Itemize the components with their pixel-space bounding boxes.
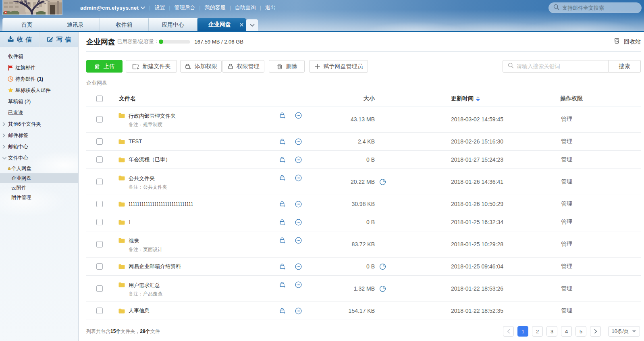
- sidebar-item-5[interactable]: 草稿箱 (2): [0, 96, 78, 107]
- sidebar-item-12[interactable]: 企业网盘: [0, 173, 78, 183]
- row-add-permission-icon[interactable]: [279, 281, 286, 288]
- file-name[interactable]: 1: [129, 219, 131, 226]
- row-more-actions-icon[interactable]: [295, 138, 302, 145]
- pagination-page-2[interactable]: 2: [532, 326, 543, 337]
- file-permission[interactable]: 管理: [548, 200, 641, 208]
- row-add-permission-icon[interactable]: [279, 263, 286, 270]
- pagination-prev-button[interactable]: [503, 326, 514, 337]
- row-checkbox[interactable]: [96, 308, 103, 314]
- grant-disk-admin-button[interactable]: 赋予网盘管理员: [309, 60, 368, 73]
- column-permission-label[interactable]: 操作权限: [548, 95, 641, 102]
- chevron-right-icon[interactable]: [2, 122, 6, 127]
- tab-list-dropdown-button[interactable]: [246, 19, 258, 31]
- row-add-permission-icon[interactable]: [279, 201, 286, 208]
- file-row-6[interactable]: 10 B2018-01-25 16:32:34管理: [86, 213, 641, 231]
- tab-5-active[interactable]: 企业网盘: [197, 18, 246, 31]
- file-permission[interactable]: 管理: [548, 307, 641, 314]
- row-add-permission-icon[interactable]: [279, 112, 286, 119]
- page-size-select[interactable]: 10条/页: [608, 326, 640, 337]
- file-name[interactable]: 公共文件夹: [129, 175, 167, 182]
- row-checkbox[interactable]: [96, 156, 103, 163]
- file-row-8[interactable]: 网易企业邮箱介绍资料0 B2018-01-25 09:46:04管理: [86, 258, 641, 276]
- capacity-pie-icon[interactable]: [375, 179, 386, 185]
- file-row-7[interactable]: 视觉备注：页面设计83.72 KB2018-01-25 10:29:28管理: [86, 231, 641, 258]
- sidebar-item-4[interactable]: 星标联系人邮件: [0, 85, 78, 96]
- file-permission[interactable]: 管理: [548, 218, 641, 226]
- chevron-down-icon[interactable]: [2, 156, 7, 160]
- compose-mail-button[interactable]: 写信: [39, 32, 79, 47]
- file-name[interactable]: 网易企业邮箱介绍资料: [129, 263, 181, 270]
- row-checkbox[interactable]: [96, 263, 103, 270]
- row-more-actions-icon[interactable]: [295, 201, 302, 208]
- file-permission[interactable]: 管理: [548, 178, 641, 185]
- row-more-actions-icon[interactable]: [295, 175, 302, 181]
- row-checkbox[interactable]: [96, 285, 103, 292]
- file-name[interactable]: 行政内部管理文件夹: [129, 112, 176, 120]
- file-row-10[interactable]: 人事信息154.17 KB2018-01-22 18:52:35管理: [86, 302, 641, 320]
- new-folder-button[interactable]: 新建文件夹: [126, 60, 177, 73]
- search-button[interactable]: 搜索: [609, 60, 641, 73]
- row-more-actions-icon[interactable]: [295, 237, 302, 244]
- chevron-right-icon[interactable]: [2, 133, 6, 138]
- file-permission[interactable]: 管理: [548, 138, 641, 145]
- top-menu-item-3[interactable]: 我的客服: [205, 4, 226, 11]
- mail-search-input[interactable]: 支持邮件全文搜索: [548, 2, 642, 13]
- sidebar-item-6[interactable]: 已发送: [0, 107, 78, 119]
- tab-2[interactable]: 通讯录: [51, 18, 100, 31]
- upload-button[interactable]: 上传: [86, 60, 123, 73]
- row-checkbox[interactable]: [96, 241, 103, 247]
- file-permission[interactable]: 管理: [548, 263, 641, 270]
- sidebar-item-3[interactable]: 待办邮件(1): [0, 73, 78, 85]
- row-more-actions-icon[interactable]: [295, 112, 302, 119]
- sidebar-item-11[interactable]: 个人网盘: [0, 164, 78, 173]
- top-menu-item-1[interactable]: 设置: [154, 4, 165, 11]
- sidebar-item-8[interactable]: 邮件标签: [0, 130, 78, 141]
- row-add-permission-icon[interactable]: [279, 308, 286, 314]
- capacity-pie-icon[interactable]: [375, 263, 386, 270]
- column-updated-label[interactable]: 更新时间: [451, 95, 474, 102]
- sidebar-item-10[interactable]: 文件中心: [0, 152, 78, 164]
- row-checkbox[interactable]: [96, 219, 103, 225]
- disk-search-input[interactable]: 请输入搜索关键词: [503, 60, 609, 73]
- sidebar-item-7[interactable]: 其他6个文件夹: [0, 119, 78, 130]
- pagination-page-1-active[interactable]: 1: [517, 326, 528, 337]
- capacity-pie-icon[interactable]: [375, 285, 386, 292]
- file-permission[interactable]: 管理: [548, 285, 641, 292]
- tab-close-icon[interactable]: [240, 23, 243, 27]
- file-row-2[interactable]: TEST2.4 KB2018-02-26 15:16:30管理: [86, 133, 641, 151]
- sidebar-item-14[interactable]: 附件管理: [0, 193, 78, 202]
- file-permission[interactable]: 管理: [548, 116, 641, 123]
- pagination-page-3[interactable]: 3: [546, 326, 557, 337]
- column-size-label[interactable]: 大小: [311, 95, 375, 102]
- file-name[interactable]: 人事信息: [129, 307, 150, 314]
- pagination-page-5[interactable]: 5: [575, 326, 586, 337]
- top-menu-item-4[interactable]: 自助查询: [235, 4, 256, 11]
- row-add-permission-icon[interactable]: [279, 138, 286, 145]
- recycle-bin-button[interactable]: 回收站: [613, 37, 641, 46]
- row-more-actions-icon[interactable]: [295, 308, 302, 314]
- row-more-actions-icon[interactable]: [295, 281, 302, 288]
- sidebar-item-2[interactable]: 红旗邮件: [0, 62, 78, 73]
- tab-3[interactable]: 收件箱: [100, 18, 149, 31]
- row-checkbox[interactable]: [96, 116, 103, 123]
- row-add-permission-icon[interactable]: [279, 156, 286, 163]
- pagination-page-4[interactable]: 4: [561, 326, 572, 337]
- row-checkbox[interactable]: [96, 138, 103, 145]
- row-add-permission-icon[interactable]: [279, 219, 286, 226]
- row-more-actions-icon[interactable]: [295, 219, 302, 226]
- breadcrumb[interactable]: 企业网盘: [86, 80, 641, 85]
- account-name[interactable]: admin@cm.elysys.net: [80, 5, 139, 11]
- row-checkbox[interactable]: [96, 179, 103, 185]
- file-name[interactable]: 用户需求汇总: [129, 282, 162, 289]
- sort-buttons[interactable]: [476, 96, 480, 101]
- column-name-label[interactable]: 文件名: [119, 95, 136, 102]
- tab-1[interactable]: 首页: [2, 18, 51, 31]
- sidebar-item-1[interactable]: 收件箱: [0, 51, 78, 62]
- sidebar-item-9[interactable]: 邮箱中心: [0, 141, 78, 152]
- account-chevron-down-icon[interactable]: [141, 6, 145, 9]
- pagination-next-button[interactable]: [590, 326, 601, 337]
- top-menu-item-5[interactable]: 退出: [265, 4, 276, 11]
- file-row-1[interactable]: 行政内部管理文件夹备注：规章制度43.13 MB2018-03-02 14:59…: [86, 106, 641, 133]
- file-permission[interactable]: 管理: [548, 156, 641, 163]
- row-add-permission-icon[interactable]: [279, 237, 286, 244]
